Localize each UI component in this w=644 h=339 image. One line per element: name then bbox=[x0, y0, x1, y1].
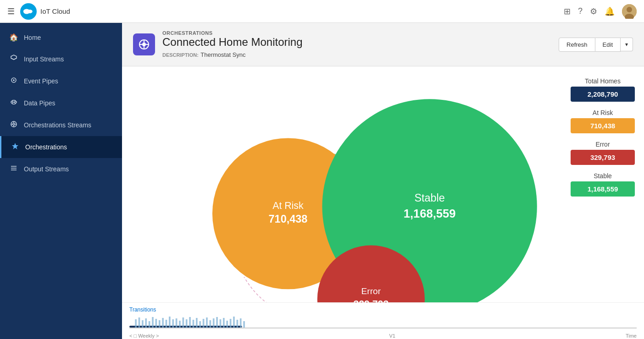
refresh-button[interactable]: Refresh bbox=[559, 38, 595, 52]
header-actions: Refresh Edit ▾ bbox=[559, 38, 633, 52]
svg-rect-43 bbox=[223, 318, 225, 328]
svg-point-7 bbox=[15, 101, 17, 103]
svg-rect-18 bbox=[139, 317, 140, 328]
total-homes-label: Total Homes bbox=[585, 77, 621, 85]
svg-rect-29 bbox=[176, 318, 178, 328]
svg-rect-37 bbox=[203, 319, 205, 328]
svg-rect-20 bbox=[145, 318, 147, 328]
timeline-nav: < □ Weekly > bbox=[129, 333, 159, 339]
nav-left: ☰ IoT Cloud bbox=[7, 3, 70, 20]
sidebar-item-output-streams[interactable]: Output Streams bbox=[0, 158, 122, 180]
stable-value: 1,168,559 bbox=[404, 207, 456, 220]
svg-rect-41 bbox=[216, 317, 218, 328]
timeline-time-label: Time bbox=[626, 333, 637, 339]
app-title: IoT Cloud bbox=[40, 7, 70, 15]
svg-rect-26 bbox=[166, 320, 167, 328]
sidebar-item-orchestrations-streams[interactable]: Orchestrations Streams bbox=[0, 114, 122, 136]
header-breadcrumb: ORCHESTRATIONS bbox=[162, 30, 303, 36]
error-value: 329,793 bbox=[571, 150, 635, 165]
orchestrations-streams-icon bbox=[9, 120, 18, 130]
svg-rect-19 bbox=[142, 320, 144, 328]
header-description: DESCRIPTION: Thermostat Sync bbox=[162, 50, 303, 59]
salesforce-logo: IoT Cloud bbox=[20, 3, 70, 20]
stable-label: Stable bbox=[414, 192, 444, 204]
svg-rect-27 bbox=[169, 317, 171, 328]
sidebar-item-input-streams[interactable]: Input Streams bbox=[0, 48, 122, 70]
at-risk-label: At Risk bbox=[593, 109, 613, 116]
svg-rect-44 bbox=[226, 321, 228, 328]
stable-stat-value: 1,168,559 bbox=[571, 181, 635, 197]
svg-point-14 bbox=[142, 43, 146, 46]
data-pipes-icon bbox=[9, 98, 18, 108]
timeline-v1: V1 bbox=[389, 333, 395, 339]
edit-button[interactable]: Edit bbox=[595, 38, 621, 52]
svg-rect-23 bbox=[155, 319, 157, 328]
svg-point-3 bbox=[627, 7, 632, 12]
svg-rect-33 bbox=[189, 317, 191, 328]
header-left: ORCHESTRATIONS Connected Home Monitoring… bbox=[133, 30, 303, 59]
sidebar: 🏠 Home Input Streams Event Pipes bbox=[0, 23, 122, 339]
bubble-chart: At Risk 710,438 Stable 1,168,559 Error 3… bbox=[122, 66, 561, 302]
visualization-area: At Risk 710,438 Stable 1,168,559 Error 3… bbox=[122, 66, 644, 302]
total-homes-value: 2,208,790 bbox=[571, 87, 635, 102]
svg-point-9 bbox=[13, 123, 15, 125]
svg-rect-38 bbox=[206, 317, 208, 328]
stable-stat: Stable 1,168,559 bbox=[571, 172, 635, 197]
svg-rect-42 bbox=[220, 319, 222, 328]
svg-rect-45 bbox=[230, 319, 232, 328]
sidebar-item-home[interactable]: 🏠 Home bbox=[0, 27, 122, 48]
dropdown-button[interactable]: ▾ bbox=[621, 38, 633, 51]
sidebar-item-data-pipes[interactable]: Data Pipes bbox=[0, 92, 122, 114]
svg-rect-32 bbox=[186, 319, 188, 328]
page-header: ORCHESTRATIONS Connected Home Monitoring… bbox=[122, 23, 644, 66]
user-avatar[interactable] bbox=[622, 4, 637, 19]
svg-point-1 bbox=[28, 10, 33, 13]
top-navigation: ☰ IoT Cloud ⊞ ? ⚙ 🔔 bbox=[0, 0, 644, 23]
description-value: Thermostat Sync bbox=[200, 51, 245, 58]
timeline-chart bbox=[129, 315, 637, 331]
svg-rect-36 bbox=[199, 321, 201, 328]
error-label: Error bbox=[361, 286, 381, 296]
nav-right: ⊞ ? ⚙ 🔔 bbox=[564, 4, 637, 19]
svg-rect-31 bbox=[183, 317, 184, 328]
help-icon[interactable]: ? bbox=[578, 6, 583, 16]
input-streams-icon bbox=[9, 55, 18, 64]
svg-rect-48 bbox=[240, 318, 242, 328]
hamburger-menu[interactable]: ☰ bbox=[7, 6, 15, 16]
svg-rect-25 bbox=[162, 318, 164, 328]
total-homes-stat: Total Homes 2,208,790 bbox=[571, 77, 635, 102]
svg-rect-47 bbox=[236, 320, 238, 328]
settings-icon[interactable]: ⚙ bbox=[590, 6, 597, 16]
error-value: 329,793 bbox=[353, 299, 389, 302]
svg-rect-30 bbox=[179, 321, 181, 328]
at-risk-value: 710,438 bbox=[269, 213, 308, 225]
svg-rect-17 bbox=[135, 319, 137, 328]
stable-label: Stable bbox=[594, 172, 612, 180]
svg-rect-46 bbox=[233, 317, 235, 328]
svg-rect-35 bbox=[196, 318, 198, 328]
orchestrations-icon bbox=[11, 142, 20, 152]
output-streams-icon bbox=[9, 164, 18, 174]
page-title: Connected Home Monitoring bbox=[162, 36, 303, 49]
sidebar-item-orchestrations-streams-label: Orchestrations Streams bbox=[24, 121, 91, 129]
timeline-footer: < □ Weekly > V1 Time bbox=[129, 333, 637, 339]
at-risk-value: 710,438 bbox=[571, 118, 635, 133]
orchestration-icon bbox=[133, 33, 155, 55]
svg-rect-24 bbox=[159, 320, 161, 328]
sidebar-item-input-streams-label: Input Streams bbox=[24, 55, 64, 63]
svg-rect-49 bbox=[243, 321, 245, 328]
grid-icon[interactable]: ⊞ bbox=[564, 6, 571, 16]
svg-rect-28 bbox=[172, 319, 174, 328]
description-label: DESCRIPTION: bbox=[162, 52, 199, 58]
svg-rect-22 bbox=[152, 317, 154, 328]
sidebar-item-event-pipes-label: Event Pipes bbox=[24, 77, 58, 85]
svg-rect-40 bbox=[213, 318, 215, 328]
sidebar-item-orchestrations[interactable]: Orchestrations bbox=[0, 136, 122, 158]
bell-icon[interactable]: 🔔 bbox=[605, 6, 615, 16]
sf-logo-icon bbox=[20, 3, 37, 20]
sidebar-item-event-pipes[interactable]: Event Pipes bbox=[0, 70, 122, 92]
sidebar-item-data-pipes-label: Data Pipes bbox=[24, 99, 55, 107]
at-risk-stat: At Risk 710,438 bbox=[571, 109, 635, 133]
error-label: Error bbox=[595, 141, 610, 148]
svg-point-6 bbox=[11, 101, 13, 103]
